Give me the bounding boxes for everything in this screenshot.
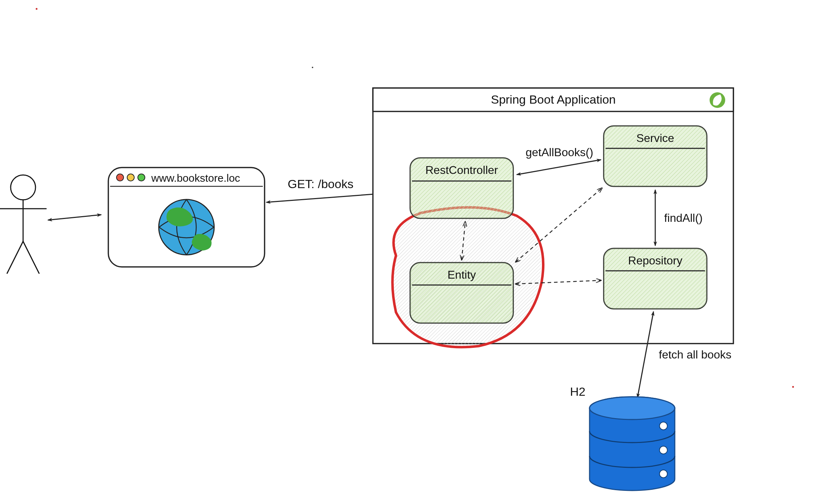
rest-controller-label: RestController	[425, 164, 498, 176]
entity-label: Entity	[447, 268, 476, 281]
service-repository-label: findAll()	[664, 212, 702, 224]
svg-point-3	[792, 386, 794, 388]
svg-point-16	[713, 103, 715, 105]
svg-line-9	[23, 241, 39, 273]
user-actor-icon	[0, 175, 46, 273]
svg-point-4	[312, 67, 313, 68]
database-icon	[590, 397, 675, 491]
service-box: Service	[604, 126, 707, 186]
app-container-title: Spring Boot Application	[491, 93, 616, 106]
browser-url: www.bookstore.loc	[151, 172, 240, 184]
svg-point-5	[11, 175, 36, 200]
database-label: H2	[570, 385, 585, 398]
svg-point-31	[660, 422, 667, 430]
svg-point-2	[36, 8, 38, 10]
window-maximize-icon	[138, 174, 145, 181]
browser-window: www.bookstore.loc	[108, 168, 265, 267]
service-label: Service	[636, 132, 674, 144]
svg-point-32	[660, 446, 667, 454]
window-minimize-icon	[127, 174, 134, 181]
repository-box: Repository	[604, 248, 707, 309]
controller-service-label: getAllBooks()	[526, 146, 593, 159]
svg-line-8	[7, 241, 23, 273]
spring-icon	[710, 92, 725, 108]
repository-db-label: fetch all books	[659, 348, 732, 361]
rest-controller-box: RestController	[410, 158, 513, 218]
svg-point-30	[590, 397, 675, 420]
window-close-icon	[116, 174, 124, 181]
svg-point-33	[660, 470, 667, 478]
globe-icon	[159, 199, 214, 255]
http-request-label: GET: /books	[288, 177, 353, 191]
user-browser-arrow	[48, 215, 101, 220]
entity-box: Entity	[410, 263, 513, 323]
repository-label: Repository	[628, 254, 683, 267]
